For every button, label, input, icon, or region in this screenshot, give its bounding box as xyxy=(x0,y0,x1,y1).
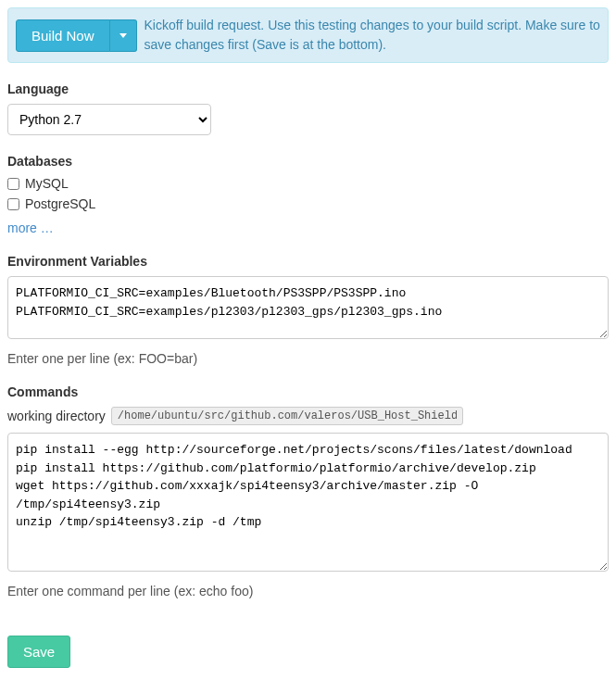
language-select[interactable]: Python 2.7 xyxy=(7,104,211,135)
working-directory-input[interactable] xyxy=(111,407,463,425)
save-button[interactable]: Save xyxy=(7,636,70,668)
build-banner: Build Now Kickoff build request. Use thi… xyxy=(7,7,609,63)
env-label: Environment Variables xyxy=(7,254,609,269)
build-now-button[interactable]: Build Now xyxy=(16,19,110,52)
working-directory-row: working directory xyxy=(7,407,609,425)
databases-section: Databases MySQL PostgreSQL more … xyxy=(7,154,609,235)
env-hint: Enter one per line (ex: FOO=bar) xyxy=(7,351,609,366)
mysql-checkbox[interactable] xyxy=(7,178,19,190)
working-directory-label: working directory xyxy=(7,409,106,423)
mysql-label: MySQL xyxy=(25,176,69,191)
databases-more-link[interactable]: more … xyxy=(7,220,54,235)
language-label: Language xyxy=(7,82,609,96)
postgresql-label: PostgreSQL xyxy=(25,196,95,211)
databases-label: Databases xyxy=(7,154,609,169)
postgresql-checkbox[interactable] xyxy=(7,198,19,210)
commands-section: Commands working directory Enter one com… xyxy=(7,384,609,598)
env-vars-textarea[interactable] xyxy=(7,276,609,339)
commands-label: Commands xyxy=(7,384,609,399)
env-section: Environment Variables Enter one per line… xyxy=(7,254,609,366)
language-section: Language Python 2.7 xyxy=(7,82,609,135)
caret-down-icon xyxy=(119,33,127,38)
commands-textarea[interactable] xyxy=(7,433,609,572)
banner-text: Kickoff build request. Use this testing … xyxy=(145,16,600,55)
build-now-dropdown-toggle[interactable] xyxy=(109,19,137,52)
database-option-mysql: MySQL xyxy=(7,176,609,191)
database-option-postgresql: PostgreSQL xyxy=(7,196,609,211)
commands-hint: Enter one command per line (ex: echo foo… xyxy=(7,584,609,598)
